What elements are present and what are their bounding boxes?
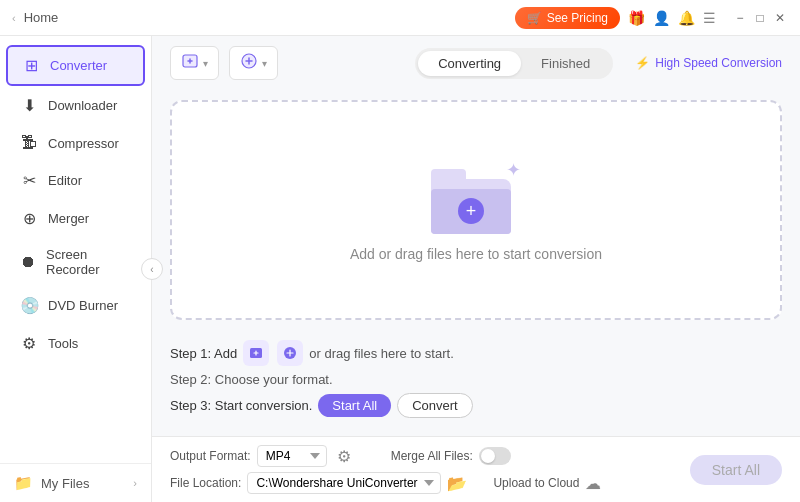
steps-section: Step 1: Add or drag files here to start.	[152, 330, 800, 436]
step-3-label: Step 3: Start conversion.	[170, 398, 312, 413]
merge-toggle[interactable]	[479, 447, 511, 465]
window-controls: − □ ✕	[732, 10, 788, 26]
sparkle-icon: ✦	[506, 159, 521, 181]
my-files-icon: 📁	[14, 474, 33, 492]
merger-icon: ⊕	[20, 209, 38, 228]
dvd-burner-icon: 💿	[20, 296, 38, 315]
format-settings-icon[interactable]: ⚙	[333, 445, 355, 467]
browse-folder-icon[interactable]: 📂	[447, 474, 467, 493]
add-url-icon	[240, 52, 258, 74]
sidebar-item-label: Editor	[48, 173, 82, 188]
add-url-chevron-icon: ▾	[262, 58, 267, 69]
notification-icon[interactable]: 🔔	[678, 10, 695, 26]
start-all-main-button[interactable]: Start All	[690, 455, 782, 485]
bottom-fields: Output Format: MP4 MKV AVI MOV ⚙ Merge A…	[170, 445, 670, 494]
step3-convert-button[interactable]: Convert	[397, 393, 473, 418]
sidebar: ⊞ Converter ⬇ Downloader 🗜 Compressor ✂ …	[0, 36, 152, 502]
screen-recorder-icon: ⏺	[20, 253, 36, 271]
drop-zone-wrapper: + ✦ Add or drag files here to start conv…	[152, 90, 800, 330]
back-chevron-icon[interactable]: ‹	[12, 12, 16, 24]
step3-start-all-button[interactable]: Start All	[318, 394, 391, 417]
step-1-label: Step 1: Add	[170, 346, 237, 361]
cart-icon: 🛒	[527, 11, 542, 25]
drop-zone[interactable]: + ✦ Add or drag files here to start conv…	[170, 100, 782, 320]
add-file-button[interactable]: ▾	[170, 46, 219, 80]
add-file-chevron-icon: ▾	[203, 58, 208, 69]
gift-icon[interactable]: 🎁	[628, 10, 645, 26]
add-url-button[interactable]: ▾	[229, 46, 278, 80]
add-file-icon	[181, 52, 199, 74]
tab-group: Converting Finished	[415, 48, 613, 79]
sidebar-item-label: Downloader	[48, 98, 117, 113]
sidebar-item-tools[interactable]: ⚙ Tools	[6, 325, 145, 362]
step1-add-url-icon[interactable]	[277, 340, 303, 366]
high-speed-indicator: ⚡ High Speed Conversion	[635, 56, 782, 70]
sidebar-item-screen-recorder[interactable]: ⏺ Screen Recorder	[6, 238, 145, 286]
converter-icon: ⊞	[22, 56, 40, 75]
home-link[interactable]: Home	[24, 10, 59, 25]
step-2-row: Step 2: Choose your format.	[170, 372, 782, 387]
output-format-label: Output Format:	[170, 449, 251, 463]
file-location-select[interactable]: C:\Wondershare UniConverter	[247, 472, 441, 494]
folder-plus-icon: +	[458, 198, 484, 224]
file-location-label: File Location:	[170, 476, 241, 490]
step-3-row: Step 3: Start conversion. Start All Conv…	[170, 393, 782, 418]
compressor-icon: 🗜	[20, 134, 38, 152]
tab-finished[interactable]: Finished	[521, 51, 610, 76]
footer-chevron-icon: ›	[133, 477, 137, 489]
merge-all-label: Merge All Files:	[391, 449, 473, 463]
sidebar-item-editor[interactable]: ✂ Editor	[6, 162, 145, 199]
sidebar-collapse-button[interactable]: ‹	[141, 258, 163, 280]
sidebar-item-label: Tools	[48, 336, 78, 351]
close-button[interactable]: ✕	[772, 10, 788, 26]
sidebar-item-label: Merger	[48, 211, 89, 226]
sidebar-item-label: DVD Burner	[48, 298, 118, 313]
downloader-icon: ⬇	[20, 96, 38, 115]
bottom-bar: Output Format: MP4 MKV AVI MOV ⚙ Merge A…	[152, 436, 800, 502]
bolt-icon: ⚡	[635, 56, 650, 70]
title-bar: ‹ Home 🛒 See Pricing 🎁 👤 🔔 ☰ − □ ✕	[0, 0, 800, 36]
output-format-select[interactable]: MP4 MKV AVI MOV	[257, 445, 327, 467]
sidebar-item-converter[interactable]: ⊞ Converter	[6, 45, 145, 86]
main-content: ▾ ▾ Converting Finished ⚡ High Speed Con…	[152, 36, 800, 502]
title-bar-right: 🛒 See Pricing 🎁 👤 🔔 ☰ − □ ✕	[515, 7, 788, 29]
sidebar-item-merger[interactable]: ⊕ Merger	[6, 200, 145, 237]
app-body: ⊞ Converter ⬇ Downloader 🗜 Compressor ✂ …	[0, 36, 800, 502]
toolbar: ▾ ▾ Converting Finished ⚡ High Speed Con…	[152, 36, 800, 90]
title-bar-left: ‹ Home	[12, 10, 58, 25]
drop-zone-text: Add or drag files here to start conversi…	[350, 246, 602, 262]
step-1-row: Step 1: Add or drag files here to start.	[170, 340, 782, 366]
editor-icon: ✂	[20, 171, 38, 190]
folder-illustration: + ✦	[431, 159, 521, 234]
step-2-label: Step 2: Choose your format.	[170, 372, 333, 387]
step1-add-file-icon[interactable]	[243, 340, 269, 366]
sidebar-item-label: Converter	[50, 58, 107, 73]
upload-cloud-icon[interactable]: ☁	[585, 474, 601, 493]
sidebar-item-label: Screen Recorder	[46, 247, 131, 277]
see-pricing-button[interactable]: 🛒 See Pricing	[515, 7, 620, 29]
minimize-button[interactable]: −	[732, 10, 748, 26]
sidebar-item-dvd-burner[interactable]: 💿 DVD Burner	[6, 287, 145, 324]
sidebar-item-label: Compressor	[48, 136, 119, 151]
sidebar-nav: ⊞ Converter ⬇ Downloader 🗜 Compressor ✂ …	[0, 36, 151, 463]
tab-converting[interactable]: Converting	[418, 51, 521, 76]
maximize-button[interactable]: □	[752, 10, 768, 26]
sidebar-item-downloader[interactable]: ⬇ Downloader	[6, 87, 145, 124]
sidebar-item-compressor[interactable]: 🗜 Compressor	[6, 125, 145, 161]
folder-front: +	[431, 189, 511, 234]
tools-icon: ⚙	[20, 334, 38, 353]
sidebar-footer[interactable]: 📁 My Files ›	[0, 463, 151, 502]
step-1-drag-text: or drag files here to start.	[309, 346, 454, 361]
menu-icon[interactable]: ☰	[703, 10, 716, 26]
my-files-label: My Files	[41, 476, 89, 491]
upload-cloud-label: Upload to Cloud	[493, 476, 579, 490]
user-icon[interactable]: 👤	[653, 10, 670, 26]
